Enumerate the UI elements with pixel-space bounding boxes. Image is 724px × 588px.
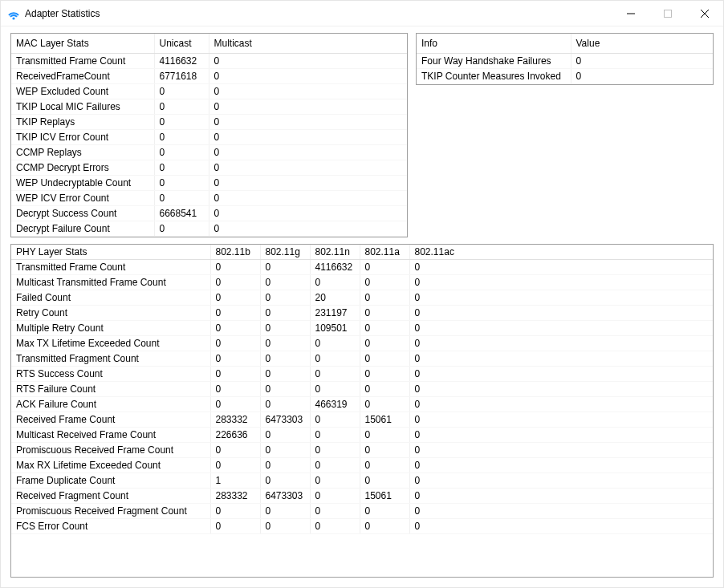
phy-row-value: 0	[210, 458, 260, 473]
table-row[interactable]: Transmitted Fragment Count00000	[11, 351, 713, 367]
phy-row-value: 0	[409, 351, 713, 367]
phy-row-value: 0	[409, 489, 713, 504]
table-row[interactable]: Frame Duplicate Count10000	[11, 473, 713, 489]
mac-row-unicast: 0	[154, 145, 209, 160]
mac-row-multicast: 0	[209, 191, 407, 206]
table-row[interactable]: FCS Error Count00000	[11, 519, 713, 534]
phy-header-b[interactable]: 802.11b	[210, 245, 260, 260]
table-row[interactable]: Received Fragment Count28333264733030150…	[11, 489, 713, 504]
table-row[interactable]: RTS Success Count00000	[11, 367, 713, 382]
phy-row-value: 0	[260, 428, 310, 443]
phy-row-label: Max RX Lifetime Exceeded Count	[11, 458, 210, 473]
table-row[interactable]: TKIP Local MIC Failures00	[11, 99, 407, 115]
titlebar[interactable]: Adapter Statistics	[1, 1, 723, 26]
mac-row-unicast: 0	[154, 221, 209, 237]
table-row[interactable]: Promiscuous Received Fragment Count00000	[11, 504, 713, 519]
phy-row-value: 0	[409, 428, 713, 443]
mac-header-label[interactable]: MAC Layer Stats	[11, 34, 154, 54]
info-row-label: Four Way Handshake Failures	[417, 54, 571, 69]
table-row[interactable]: Multiple Retry Count0010950100	[11, 321, 713, 336]
table-row[interactable]: Received Frame Count28333264733030150610	[11, 412, 713, 428]
phy-row-value: 0	[409, 336, 713, 351]
table-row[interactable]: WEP Undecryptable Count00	[11, 176, 407, 191]
table-row[interactable]: CCMP Replays00	[11, 145, 407, 160]
phy-row-value: 20	[310, 290, 360, 306]
phy-row-label: Transmitted Fragment Count	[11, 351, 210, 367]
phy-row-value: 0	[360, 519, 409, 534]
phy-stats-panel: PHY Layer Stats 802.11b 802.11g 802.11n …	[10, 244, 714, 578]
info-table: Info Value Four Way Handshake Failures0T…	[417, 34, 713, 84]
table-row[interactable]: CCMP Decrypt Errors00	[11, 160, 407, 176]
phy-header-label[interactable]: PHY Layer Stats	[11, 245, 210, 260]
table-row[interactable]: Multicast Transmitted Frame Count00000	[11, 275, 713, 290]
table-row[interactable]: Max RX Lifetime Exceeded Count00000	[11, 458, 713, 473]
app-icon	[7, 7, 20, 20]
phy-header-a[interactable]: 802.11a	[360, 245, 409, 260]
info-header-label[interactable]: Info	[417, 34, 571, 54]
maximize-button[interactable]	[649, 1, 686, 26]
table-row[interactable]: Promiscuous Received Frame Count00000	[11, 443, 713, 458]
mac-row-label: CCMP Decrypt Errors	[11, 160, 154, 176]
phy-row-value: 0	[409, 458, 713, 473]
phy-row-value: 0	[260, 306, 310, 321]
phy-row-value: 0	[260, 367, 310, 382]
phy-row-value: 0	[260, 351, 310, 367]
phy-row-value: 0	[409, 290, 713, 306]
table-row[interactable]: Max TX Lifetime Exceeded Count00000	[11, 336, 713, 351]
table-row[interactable]: Failed Count002000	[11, 290, 713, 306]
mac-row-multicast: 0	[209, 176, 407, 191]
phy-row-value: 466319	[310, 397, 360, 412]
mac-row-unicast: 0	[154, 176, 209, 191]
phy-row-value: 0	[360, 443, 409, 458]
phy-row-value: 0	[360, 458, 409, 473]
table-row[interactable]: Decrypt Success Count66685410	[11, 206, 407, 221]
table-row[interactable]: ReceivedFrameCount67716180	[11, 69, 407, 84]
mac-row-label: TKIP Replays	[11, 115, 154, 130]
mac-header-multicast[interactable]: Multicast	[209, 34, 407, 54]
phy-row-value: 0	[409, 473, 713, 489]
table-row[interactable]: RTS Failure Count00000	[11, 382, 713, 397]
phy-row-value: 0	[360, 428, 409, 443]
table-row[interactable]: Decrypt Failure Count00	[11, 221, 407, 237]
phy-row-value: 0	[260, 260, 310, 275]
mac-row-label: WEP Excluded Count	[11, 84, 154, 99]
info-header-value[interactable]: Value	[571, 34, 713, 54]
phy-header-g[interactable]: 802.11g	[260, 245, 310, 260]
table-row[interactable]: ACK Failure Count0046631900	[11, 397, 713, 412]
phy-header-ac[interactable]: 802.11ac	[409, 245, 713, 260]
phy-row-value: 0	[260, 458, 310, 473]
phy-row-value: 0	[210, 351, 260, 367]
phy-row-value: 0	[409, 260, 713, 275]
mac-header-unicast[interactable]: Unicast	[154, 34, 209, 54]
phy-row-label: Multiple Retry Count	[11, 321, 210, 336]
table-row[interactable]: WEP Excluded Count00	[11, 84, 407, 99]
table-row[interactable]: Multicast Received Frame Count2266360000	[11, 428, 713, 443]
top-row: MAC Layer Stats Unicast Multicast Transm…	[10, 33, 714, 237]
phy-row-value: 0	[409, 443, 713, 458]
phy-row-value: 0	[409, 519, 713, 534]
phy-row-value: 0	[310, 519, 360, 534]
table-row[interactable]: WEP ICV Error Count00	[11, 191, 407, 206]
phy-row-value: 0	[360, 290, 409, 306]
table-row[interactable]: Transmitted Frame Count41166320	[11, 54, 407, 69]
table-row[interactable]: Transmitted Frame Count00411663200	[11, 260, 713, 275]
phy-row-label: Received Fragment Count	[11, 489, 210, 504]
phy-row-value: 0	[210, 443, 260, 458]
table-row[interactable]: Four Way Handshake Failures0	[417, 54, 713, 69]
phy-row-value: 0	[260, 473, 310, 489]
mac-row-multicast: 0	[209, 99, 407, 115]
table-row[interactable]: TKIP Replays00	[11, 115, 407, 130]
phy-row-value: 0	[210, 321, 260, 336]
mac-row-multicast: 0	[209, 145, 407, 160]
table-row[interactable]: TKIP ICV Error Count00	[11, 130, 407, 145]
table-row[interactable]: TKIP Counter Measures Invoked0	[417, 69, 713, 84]
table-row[interactable]: Retry Count0023119700	[11, 306, 713, 321]
minimize-button[interactable]	[612, 1, 649, 26]
phy-header-n[interactable]: 802.11n	[310, 245, 360, 260]
phy-row-value: 0	[260, 336, 310, 351]
mac-row-multicast: 0	[209, 160, 407, 176]
close-button[interactable]	[686, 1, 723, 26]
mac-row-unicast: 4116632	[154, 54, 209, 69]
phy-row-value: 0	[260, 504, 310, 519]
phy-row-value: 0	[210, 290, 260, 306]
